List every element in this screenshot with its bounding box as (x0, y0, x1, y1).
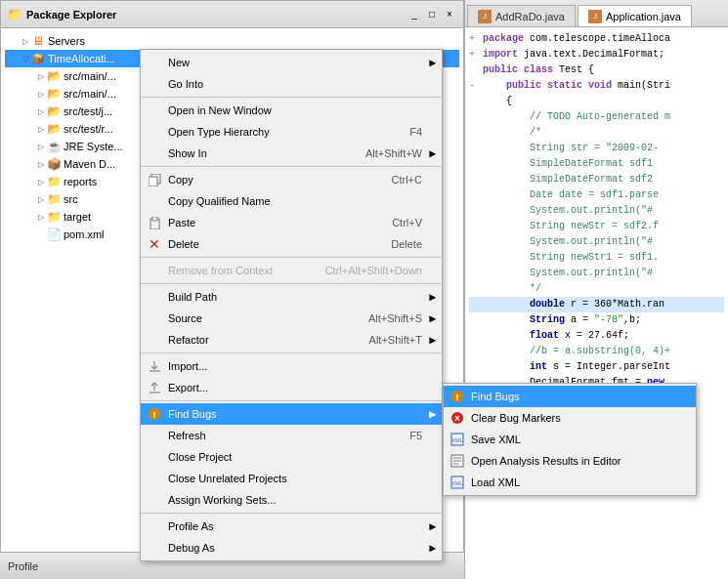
menu-item-find-bugs[interactable]: ! Find Bugs ▶ (141, 403, 442, 425)
menu-item-debug-as[interactable]: Debug As ▶ (141, 537, 442, 558)
shortcut-label: F5 (390, 430, 422, 441)
submenu-item-find-bugs[interactable]: ! Find Bugs (444, 386, 696, 407)
code-line: - public static void main(Stri (469, 78, 724, 94)
find-bugs-submenu: ! Find Bugs × Clear Bug Markers XML Save… (443, 383, 697, 496)
code-text: int s = Integer.parseInt (483, 359, 670, 375)
svg-text:!: ! (153, 410, 156, 420)
paste-icon (147, 215, 162, 230)
submenu-item-label: Load XML (471, 476, 520, 488)
shortcut-label: Alt+Shift+S (349, 312, 422, 324)
menu-item-copy[interactable]: Copy Ctrl+C (141, 169, 442, 190)
menu-item-go-into[interactable]: Go Into (141, 73, 442, 95)
expand-arrow: ▷ (36, 177, 46, 186)
expand-arrow: ▽ (21, 54, 30, 63)
tree-item-label: src/test/j... (64, 105, 112, 117)
menu-item-new[interactable]: New ▶ (141, 52, 442, 73)
menu-item-close-unrelated[interactable]: Close Unrelated Projects (141, 468, 442, 489)
code-line: //b = a.substring(0, 4)+ (469, 344, 724, 359)
menu-item-open-type-hierarchy[interactable]: Open Type Hierarchy F4 (141, 121, 442, 143)
code-line: SimpleDateFormat sdf1 (469, 156, 724, 172)
menu-item-paste[interactable]: Paste Ctrl+V (141, 212, 442, 233)
shortcut-label: Ctrl+V (372, 217, 422, 228)
code-text: System.out.println("# (483, 266, 653, 281)
menu-item-delete[interactable]: ✕ Delete Delete (141, 233, 442, 255)
code-text: System.out.println("# (483, 234, 653, 250)
open-analysis-icon (450, 453, 465, 469)
menu-item-refresh[interactable]: Refresh F5 (141, 425, 442, 446)
menu-item-label: Debug As (168, 542, 215, 554)
menu-item-label: Find Bugs (168, 408, 217, 420)
context-menu: New ▶ Go Into Open in New Window Open Ty… (140, 49, 443, 561)
code-text: String a = "-78",b; (483, 312, 641, 328)
menu-item-build-path[interactable]: Build Path ▶ (141, 286, 442, 308)
tab-application[interactable]: J Application.java (578, 5, 692, 26)
project-icon: 📦 (30, 51, 46, 66)
expand-arrow: ▷ (36, 212, 46, 222)
submenu-item-save-xml[interactable]: XML Save XML (444, 429, 696, 450)
tree-item-label: pom.xml (64, 228, 105, 240)
code-line: public class Test { (469, 62, 724, 78)
menu-item-export[interactable]: Export... (141, 377, 442, 398)
tree-item-label: reports (64, 176, 97, 187)
code-text: import java.text.DecimalFormat; (483, 47, 664, 62)
menu-item-label: Show In (168, 147, 207, 159)
java-file-icon: J (478, 10, 492, 23)
menu-item-close-project[interactable]: Close Project (141, 446, 442, 468)
menu-item-import[interactable]: Import... (141, 355, 442, 377)
code-text: String str = "2009-02- (483, 141, 659, 156)
expand-arrow: ▷ (36, 124, 46, 134)
submenu-item-label: Open Analysis Results in Editor (471, 455, 621, 467)
tree-item-label: Maven D... (64, 158, 115, 170)
tree-item-label: TimeAllocati... (48, 53, 115, 64)
code-text: public class Test { (483, 62, 594, 78)
code-line: System.out.println("# (469, 266, 724, 281)
menu-item-label: Paste (168, 217, 195, 228)
code-area: +package com.telescope.timeAlloca +impor… (465, 27, 728, 579)
menu-item-profile-as[interactable]: Profile As ▶ (141, 516, 442, 537)
close-icon[interactable]: × (442, 7, 457, 22)
export-icon (147, 380, 162, 395)
separator (141, 283, 442, 284)
save-xml-icon: XML (450, 432, 465, 447)
menu-item-label: Close Unrelated Projects (168, 473, 287, 484)
submenu-item-open-analysis[interactable]: Open Analysis Results in Editor (444, 450, 696, 472)
menu-item-refactor[interactable]: Refactor Alt+Shift+T ▶ (141, 329, 442, 351)
menu-item-source[interactable]: Source Alt+Shift+S ▶ (141, 308, 442, 329)
menu-item-copy-qualified[interactable]: Copy Qualified Name (141, 190, 442, 212)
expand-arrow: ▷ (36, 142, 46, 151)
code-text: SimpleDateFormat sdf2 (483, 172, 653, 187)
submenu-arrow: ▶ (429, 292, 436, 302)
find-bugs-icon: ! (147, 406, 162, 422)
menu-item-remove-context[interactable]: Remove from Context Ctrl+Alt+Shift+Down (141, 260, 442, 281)
submenu-item-load-xml[interactable]: XML Load XML (444, 472, 696, 493)
menu-item-show-in[interactable]: Show In Alt+Shift+W ▶ (141, 143, 442, 164)
menu-item-label: Profile As (168, 520, 213, 532)
editor-tabs: J AddRaDo.java J Application.java (465, 0, 728, 27)
submenu-arrow: ▶ (429, 58, 436, 67)
src-icon: 📂 (46, 86, 62, 102)
shortcut-label: Alt+Shift+W (346, 147, 422, 159)
tree-item-label: target (64, 211, 91, 223)
load-xml-icon: XML (450, 475, 465, 490)
tree-item-servers[interactable]: ▷ 🖥 Servers (5, 32, 459, 50)
tab-addradorado[interactable]: J AddRaDo.java (467, 5, 576, 26)
menu-item-assign-working-sets[interactable]: Assign Working Sets... (141, 489, 442, 511)
code-text: String newStr1 = sdf1. (483, 250, 659, 266)
package-explorer-icon: 📁 (7, 7, 22, 21)
package-explorer-header: 📁 Package Explorer _ □ × (1, 1, 463, 28)
code-line: SimpleDateFormat sdf2 (469, 172, 724, 187)
shortcut-label: F4 (390, 126, 422, 138)
submenu-arrow: ▶ (429, 521, 436, 531)
code-line: System.out.println("# (469, 203, 724, 219)
maximize-icon[interactable]: □ (424, 7, 440, 22)
line-icon: + (469, 31, 481, 47)
minimize-icon[interactable]: _ (407, 7, 422, 22)
tab-label: Application.java (606, 11, 681, 22)
expand-arrow: ▷ (36, 106, 46, 116)
menu-item-label: Remove from Context (168, 265, 273, 276)
code-line: { (469, 94, 724, 109)
menu-item-open-new-window[interactable]: Open in New Window (141, 100, 442, 121)
menu-item-label: New (168, 57, 190, 68)
code-line: String newStr1 = sdf1. (469, 250, 724, 266)
submenu-item-clear-markers[interactable]: × Clear Bug Markers (444, 407, 696, 429)
